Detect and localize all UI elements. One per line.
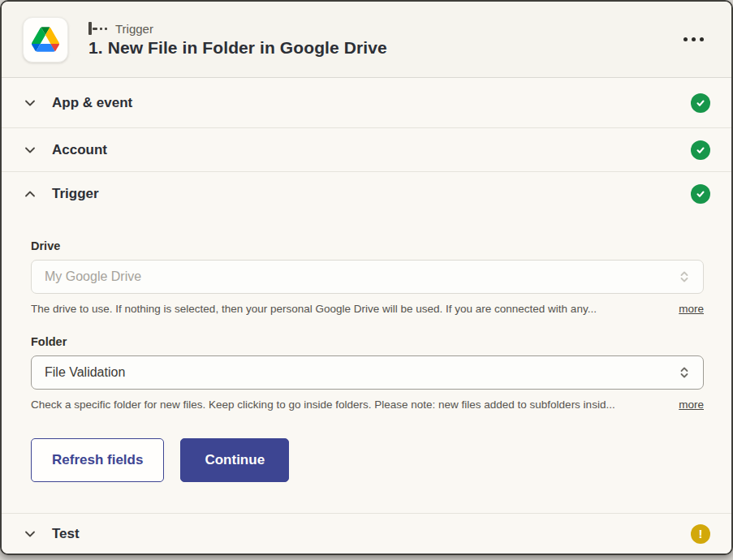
ellipsis-menu-icon[interactable] — [680, 29, 707, 50]
chevron-down-icon — [23, 527, 37, 541]
drive-help-row: The drive to use. If nothing is selected… — [31, 303, 704, 315]
chevron-down-icon — [23, 96, 37, 110]
drive-help-text: The drive to use. If nothing is selected… — [31, 303, 664, 315]
section-trigger[interactable]: Trigger — [2, 172, 731, 215]
drive-field-group: Drive My Google Drive The drive to use. … — [31, 239, 704, 315]
step-title: 1. New File in Folder in Google Drive — [88, 38, 387, 58]
step-type-label: Trigger — [115, 22, 153, 36]
form-buttons: Refresh fields Continue — [31, 438, 704, 482]
trigger-icon — [88, 22, 107, 35]
trigger-step-card: Trigger 1. New File in Folder in Google … — [0, 0, 733, 555]
section-label: Account — [52, 142, 107, 158]
check-circle-icon — [691, 93, 710, 113]
folder-select-value: File Validation — [45, 365, 125, 380]
refresh-fields-button[interactable]: Refresh fields — [31, 438, 164, 482]
chevron-down-icon — [23, 143, 37, 157]
drive-field-label: Drive — [31, 239, 704, 252]
section-app-event[interactable]: App & event — [2, 78, 731, 128]
chevron-up-icon — [23, 187, 37, 201]
step-type-row: Trigger — [88, 22, 387, 36]
folder-help-text: Check a specific folder for new files. K… — [31, 398, 664, 411]
folder-select[interactable]: File Validation — [31, 355, 704, 390]
google-drive-icon — [32, 27, 59, 52]
drive-select[interactable]: My Google Drive — [31, 260, 704, 294]
section-test[interactable]: Test ! — [2, 513, 731, 554]
continue-button[interactable]: Continue — [180, 438, 289, 482]
section-label: Test — [52, 526, 80, 542]
unfold-chevrons-icon — [679, 365, 690, 380]
unfold-chevrons-icon — [679, 269, 690, 284]
trigger-form: Drive My Google Drive The drive to use. … — [2, 215, 731, 510]
folder-field-label: Folder — [31, 335, 704, 348]
step-header-text: Trigger 1. New File in Folder in Google … — [88, 22, 387, 58]
section-label: Trigger — [52, 186, 99, 202]
folder-more-link[interactable]: more — [679, 398, 704, 411]
drive-more-link[interactable]: more — [679, 303, 704, 315]
drive-select-placeholder: My Google Drive — [45, 269, 141, 284]
check-circle-icon — [691, 140, 710, 160]
warning-circle-icon: ! — [691, 524, 710, 544]
step-header: Trigger 1. New File in Folder in Google … — [2, 2, 731, 78]
app-icon-tile — [23, 17, 68, 62]
section-account[interactable]: Account — [2, 128, 731, 172]
folder-help-row: Check a specific folder for new files. K… — [31, 398, 704, 411]
folder-field-group: Folder File Validation Check a specific … — [31, 335, 704, 411]
check-circle-icon — [691, 184, 710, 204]
section-label: App & event — [52, 95, 132, 111]
